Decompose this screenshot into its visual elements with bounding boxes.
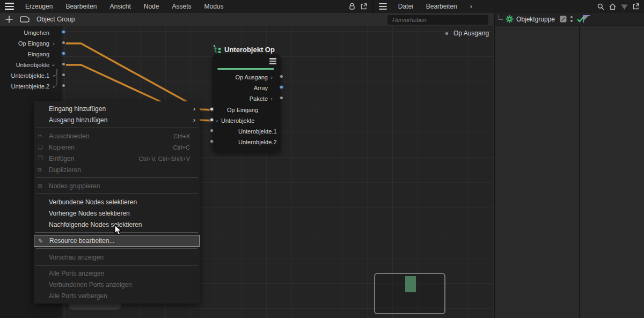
node-title-row[interactable]: Unterobjekt Op (213, 45, 275, 54)
menu-item[interactable]: Assets (165, 3, 197, 10)
port-circle[interactable] (61, 62, 66, 66)
menu-item[interactable]: Bearbeiten (420, 3, 464, 10)
state-dots-icon[interactable] (570, 16, 573, 22)
menu-item[interactable]: Modus (197, 3, 230, 10)
lock-icon[interactable] (346, 1, 358, 12)
context-menu-item[interactable]: Einfügen Ctrl+V, Ctrl+Shift+V (34, 153, 200, 164)
context-menu-item[interactable]: Nachfolgende Nodes selektieren (34, 219, 200, 230)
exposed-output-port[interactable]: Op Ausgang (444, 29, 489, 37)
menu-overflow-chevron[interactable]: › (464, 3, 479, 10)
menu-item-label: Alle Ports anzeigen (49, 270, 185, 277)
exposed-port-row[interactable]: Eingang (0, 49, 68, 60)
port-expand-icon[interactable] (52, 41, 56, 47)
port-circle[interactable] (61, 72, 66, 77)
menu-item[interactable]: Datei (392, 3, 420, 10)
context-menu-item[interactable]: Verbundenen Ports anzeigen (34, 279, 200, 290)
highlight-search-input[interactable] (387, 15, 488, 25)
exposed-port-row[interactable]: Unterobjekte (0, 60, 68, 70)
port-circle[interactable] (209, 107, 214, 112)
port-circle[interactable] (444, 31, 449, 36)
exposed-port-list: Umgehen Op Eingang Eingang Unterobjekte (0, 27, 68, 92)
graph-toolbar: Object Group (0, 13, 494, 26)
menu-item-label: Einfügen (49, 155, 134, 162)
exposed-port-row[interactable]: Unterobjekte.1 (0, 70, 68, 81)
group-shape-icon[interactable] (19, 13, 31, 25)
context-menu-item[interactable]: Alle Ports verbergen (34, 290, 200, 301)
main-menus: ErzeugenBearbeitenAnsichtNodeAssetsModus (19, 3, 230, 10)
port-label: Unterobjekte.1 (238, 128, 277, 135)
port-circle[interactable] (279, 95, 284, 100)
port-label: Op Ausgang (235, 74, 268, 80)
tree-elbow-icon (499, 15, 503, 20)
context-menu-item[interactable]: Verbundene Nodes selektieren (34, 196, 200, 208)
menu-item-icon (38, 132, 49, 139)
node-editor-window: ErzeugenBearbeitenAnsichtNodeAssetsModus… (0, 0, 644, 318)
port-circle[interactable] (61, 29, 66, 34)
port-circle[interactable] (61, 40, 66, 45)
port-circle[interactable] (209, 117, 214, 122)
undock-panel-icon[interactable] (630, 1, 642, 12)
menu-item[interactable]: Bearbeiten (59, 3, 103, 10)
minimap-viewport[interactable] (405, 276, 416, 292)
menu-item-label: Nodes gruppieren (49, 182, 185, 190)
search-icon[interactable] (595, 1, 606, 12)
node-input-row[interactable]: Unterobjekte.2 (213, 137, 281, 147)
node-output-row[interactable]: Pakete (213, 93, 281, 104)
node-menu-icon[interactable] (269, 58, 276, 64)
node-input-row[interactable]: Op Eingang (213, 105, 281, 115)
node-unterobjekt-op[interactable]: Op Ausgang Array Pakete (213, 54, 281, 153)
menu-item-icon (38, 155, 49, 162)
undock-icon[interactable] (358, 1, 370, 12)
navigator-minimap[interactable] (374, 273, 445, 314)
port-circle[interactable] (279, 85, 284, 90)
home-icon[interactable] (606, 1, 618, 12)
port-label: Umgehen (24, 29, 49, 36)
menu-item[interactable]: Ansicht (103, 3, 137, 10)
port-expand-icon[interactable] (215, 118, 219, 124)
context-menu-item[interactable]: Duplizieren (34, 164, 200, 175)
exposed-port-row[interactable]: Umgehen (0, 27, 68, 38)
panel-menu-icon[interactable] (374, 3, 392, 10)
main-menu-icon[interactable] (0, 3, 19, 10)
port-expand-icon[interactable] (269, 96, 274, 102)
context-menu-item[interactable]: Vorschau anzeigen (34, 252, 200, 263)
asset-label[interactable]: Objektgruppe (516, 16, 555, 23)
port-expand-icon[interactable] (52, 62, 56, 68)
context-menu-item[interactable]: Eingang hinzufügen (34, 103, 200, 114)
port-expand-icon[interactable] (52, 84, 56, 90)
panel-divider[interactable] (579, 13, 580, 318)
port-circle[interactable] (61, 51, 66, 56)
asset-tree-row[interactable]: Objektgruppe (495, 13, 644, 26)
menu-item-label: Verbundene Nodes selektieren (49, 198, 185, 206)
filter-icon[interactable] (618, 1, 630, 12)
node-output-row[interactable]: Array (213, 83, 281, 93)
exposed-port-row[interactable]: Unterobjekte.2 (0, 81, 68, 92)
port-circle[interactable] (61, 83, 66, 88)
menu-item-label: Alle Ports verbergen (49, 292, 185, 300)
context-menu-item[interactable]: Vorherige Nodes selektieren (34, 208, 200, 219)
gear-icon (506, 15, 514, 23)
context-menu-item[interactable]: Nodes gruppieren (34, 180, 200, 191)
add-node-icon[interactable] (3, 13, 15, 25)
menu-item[interactable]: Erzeugen (19, 3, 59, 10)
exposed-port-row[interactable]: Op Eingang (0, 38, 68, 49)
node-input-row[interactable]: Unterobjekte.1 (213, 126, 281, 137)
menu-item[interactable]: Node (137, 3, 166, 10)
context-menu-item[interactable]: Ausgang hinzufügen (34, 114, 200, 125)
node-input-row[interactable]: Unterobjekte (213, 115, 281, 126)
asset-panel: Objektgruppe (494, 13, 644, 318)
flag-icon[interactable] (583, 15, 591, 23)
port-circle[interactable] (209, 139, 214, 144)
port-circle[interactable] (279, 74, 284, 79)
context-menu-item[interactable]: Ausschneiden Ctrl+X (34, 130, 200, 142)
context-menu-item[interactable]: Alle Ports anzeigen (34, 268, 200, 279)
port-circle[interactable] (209, 128, 214, 133)
context-menu-item[interactable]: Resource bearbeiten... (34, 235, 200, 247)
context-menu-item[interactable]: Kopieren Ctrl+C (34, 142, 200, 153)
port-expand-icon[interactable] (52, 73, 56, 79)
port-expand-icon[interactable] (269, 75, 274, 80)
port-label: Op Eingang (18, 40, 49, 47)
edit-square-icon[interactable] (560, 16, 567, 23)
breadcrumb-group-label[interactable]: Object Group (36, 16, 75, 23)
node-output-row[interactable]: Op Ausgang (213, 72, 281, 83)
